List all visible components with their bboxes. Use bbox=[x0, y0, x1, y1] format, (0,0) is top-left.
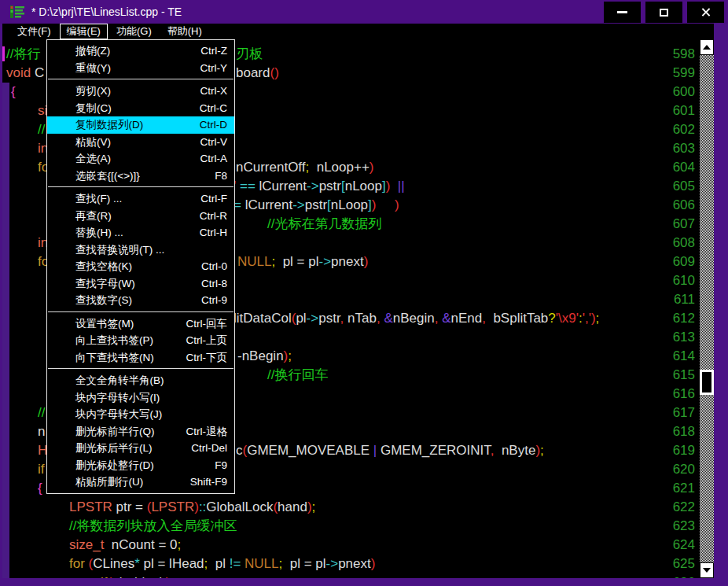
titlebar: * D:\z\prj\TE\LinesList.cpp - TE bbox=[0, 0, 728, 24]
menu-item-shortcut: Ctrl-退格 bbox=[186, 423, 228, 440]
menu-item[interactable]: 删光标前半行(Q)Ctrl-退格 bbox=[47, 423, 234, 440]
menu-item-shortcut: Ctrl-Y bbox=[200, 60, 228, 77]
menu-item-shortcut: Ctrl-上页 bbox=[186, 332, 228, 349]
maximize-button[interactable] bbox=[645, 2, 682, 23]
menu-item-label: 向下查找书签(N) bbox=[75, 349, 154, 367]
line-number: 610 bbox=[660, 271, 695, 290]
line-number: 609 bbox=[660, 252, 695, 271]
menu-item-label: 块内字母转小写(I) bbox=[75, 389, 160, 407]
close-button[interactable] bbox=[687, 2, 724, 23]
menu-item-shortcut: Ctrl-8 bbox=[201, 275, 227, 293]
line-number: 620 bbox=[660, 460, 695, 479]
menu-item[interactable]: 全文全角转半角(B) bbox=[47, 372, 234, 389]
menu-item[interactable]: 向下查找书签(N)Ctrl-下页 bbox=[47, 349, 234, 367]
line-number: 607 bbox=[660, 215, 695, 234]
menu-item[interactable]: 替换(H) ...Ctrl-H bbox=[47, 224, 234, 241]
menu-item-label: 查找替换说明(T) ... bbox=[75, 241, 164, 259]
line-number: 611 bbox=[660, 290, 695, 309]
menu-item[interactable]: 选嵌套{[(<>)]}F8 bbox=[47, 168, 234, 185]
menu-item[interactable]: 块内字母转大写(J) bbox=[47, 406, 234, 423]
menu-item[interactable]: 查找替换说明(T) ... bbox=[47, 241, 234, 259]
code-line: if(pl->block) bbox=[2, 573, 659, 578]
code-editor[interactable]: //将行刃板void Cboard(){si//infonCurrentOff;… bbox=[2, 39, 714, 578]
menu-item-label: 设置书签(M) bbox=[75, 315, 134, 333]
menu-item-shortcut: Ctrl-Z bbox=[200, 42, 227, 60]
menu-item[interactable]: 查找空格(K)Ctrl-0 bbox=[47, 258, 234, 275]
menu-item-label: 查找(F) ... bbox=[75, 190, 122, 208]
line-number: 622 bbox=[660, 498, 695, 517]
minimize-button[interactable] bbox=[604, 2, 641, 23]
menu-item-shortcut: Ctrl-0 bbox=[201, 258, 227, 275]
menu-item-shortcut: Ctrl-Del bbox=[191, 440, 227, 457]
window-controls bbox=[604, 2, 724, 23]
menu-item-label: 复制数据列(D) bbox=[75, 116, 143, 134]
menu-item-shortcut: Ctrl-D bbox=[200, 116, 227, 134]
menu-item-shortcut: Ctrl-R bbox=[200, 208, 227, 225]
line-number: 617 bbox=[660, 404, 695, 422]
menu-item[interactable]: 剪切(X)Ctrl-X bbox=[47, 83, 234, 100]
menu-item[interactable]: 全选(A)Ctrl-A bbox=[47, 150, 234, 168]
maximize-icon bbox=[660, 9, 668, 17]
line-number: 626 bbox=[660, 573, 695, 578]
minimize-icon bbox=[617, 11, 627, 13]
menu-item[interactable]: 复制数据列(D)Ctrl-D bbox=[47, 116, 234, 134]
vertical-scrollbar[interactable] bbox=[700, 39, 714, 578]
line-number: 619 bbox=[660, 441, 695, 460]
line-number: 600 bbox=[660, 83, 695, 101]
menu-item-label: 复制(C) bbox=[75, 100, 112, 117]
menu-item[interactable]: 删光标处整行(D)F9 bbox=[47, 457, 234, 474]
menu-item[interactable]: 再查(R)Ctrl-R bbox=[47, 208, 234, 225]
menu-item-label: 块内字母转大写(J) bbox=[75, 406, 162, 423]
scrollbar-thumb[interactable] bbox=[700, 370, 714, 395]
menu-item[interactable]: 粘贴(V)Ctrl-V bbox=[47, 134, 234, 151]
menu-item[interactable]: 查找数字(S)Ctrl-9 bbox=[47, 292, 234, 309]
line-number: 614 bbox=[660, 347, 695, 366]
menu-item[interactable]: 撤销(Z)Ctrl-Z bbox=[47, 42, 234, 60]
menu-item-label: 粘贴所删行(U) bbox=[75, 474, 143, 491]
menubar-item[interactable]: 文件(F) bbox=[10, 24, 58, 39]
line-number: 599 bbox=[660, 64, 695, 83]
menu-item[interactable]: 粘贴所删行(U)Shift-F9 bbox=[47, 474, 234, 491]
menubar: 文件(F)编辑(E)功能(G)帮助(H) bbox=[2, 24, 714, 39]
code-line: for (CLines* pl = lHead; pl != NULL; pl … bbox=[2, 555, 659, 573]
line-number: 616 bbox=[660, 385, 695, 404]
code-line: //将数据列块放入全局缓冲区 bbox=[2, 517, 659, 536]
menu-item[interactable]: 查找字母(W)Ctrl-8 bbox=[47, 275, 234, 293]
menu-item-shortcut: Ctrl-回车 bbox=[186, 315, 228, 333]
menu-item[interactable]: 设置书签(M)Ctrl-回车 bbox=[47, 315, 234, 333]
window-title: * D:\z\prj\TE\LinesList.cpp - TE bbox=[31, 6, 182, 18]
menu-item-shortcut: Ctrl-X bbox=[200, 83, 228, 100]
menu-item-label: 删光标前半行(Q) bbox=[75, 423, 155, 440]
app-window: * D:\z\prj\TE\LinesList.cpp - TE 文件(F)编辑… bbox=[0, 0, 728, 586]
menu-item[interactable]: 块内字母转小写(I) bbox=[47, 389, 234, 407]
menu-item[interactable]: 查找(F) ...Ctrl-F bbox=[47, 190, 234, 208]
line-number: 618 bbox=[660, 422, 695, 441]
menubar-item[interactable]: 编辑(E) bbox=[60, 24, 108, 39]
menubar-item[interactable]: 功能(G) bbox=[109, 24, 159, 39]
menu-item-shortcut: Ctrl-下页 bbox=[186, 349, 228, 367]
menu-item-shortcut: Ctrl-9 bbox=[201, 292, 227, 309]
line-number: 603 bbox=[660, 139, 695, 158]
menu-item-shortcut: F8 bbox=[215, 168, 227, 185]
menu-item-shortcut: Ctrl-H bbox=[200, 224, 227, 241]
scroll-up-button[interactable] bbox=[700, 39, 714, 55]
menu-item[interactable]: 重做(Y)Ctrl-Y bbox=[47, 60, 234, 77]
code-line: LPSTR ptr = (LPSTR)::GlobalLock(hand); bbox=[2, 498, 659, 517]
line-number: 612 bbox=[660, 309, 695, 328]
menu-item[interactable]: 删光标后半行(L)Ctrl-Del bbox=[47, 440, 234, 457]
menu-item[interactable]: 向上查找书签(P)Ctrl-上页 bbox=[47, 332, 234, 349]
menu-item-label: 剪切(X) bbox=[75, 83, 111, 100]
menu-item[interactable]: 复制(C)Ctrl-C bbox=[47, 100, 234, 117]
menubar-item[interactable]: 帮助(H) bbox=[160, 24, 209, 39]
scroll-down-button[interactable] bbox=[700, 562, 714, 578]
menu-item-shortcut: Ctrl-V bbox=[200, 134, 228, 151]
edit-menu-dropdown: 撤销(Z)Ctrl-Z重做(Y)Ctrl-Y剪切(X)Ctrl-X复制(C)Ct… bbox=[46, 39, 235, 494]
line-number: 608 bbox=[660, 234, 695, 252]
menu-item-shortcut: Ctrl-C bbox=[200, 100, 227, 117]
line-number: 605 bbox=[660, 177, 695, 196]
menu-separator bbox=[48, 186, 233, 187]
menu-item-label: 向上查找书签(P) bbox=[75, 332, 153, 349]
line-number: 623 bbox=[660, 517, 695, 536]
menu-item-label: 删光标处整行(D) bbox=[75, 457, 154, 474]
menu-separator bbox=[48, 79, 233, 79]
